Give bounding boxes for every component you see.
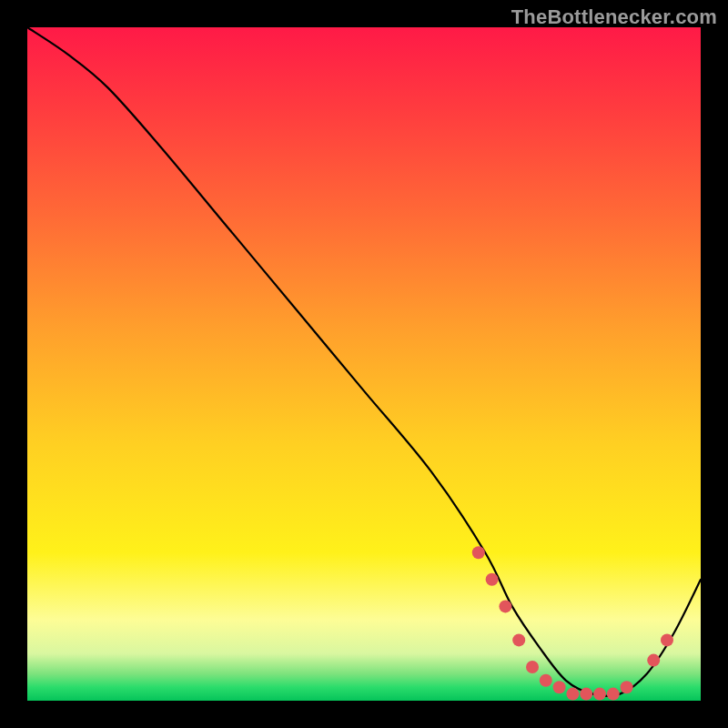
highlight-dot <box>540 674 552 687</box>
highlight-dot <box>472 546 485 559</box>
plot-area <box>27 27 701 701</box>
highlight-dot <box>553 681 566 693</box>
highlight-dot <box>566 688 579 701</box>
highlight-dot <box>580 688 592 701</box>
attribution-label: TheBottlenecker.com <box>511 5 717 29</box>
highlight-dot <box>512 633 525 646</box>
highlight-dot <box>499 600 511 612</box>
highlight-dot <box>621 681 633 693</box>
highlight-dot <box>647 654 660 667</box>
curve-layer <box>27 27 701 701</box>
chart-frame: TheBottlenecker.com <box>0 0 728 728</box>
highlight-dot <box>526 661 539 673</box>
highlight-dot <box>607 688 620 701</box>
highlight-dot <box>661 633 673 646</box>
highlight-dot <box>486 573 499 586</box>
bottleneck-curve <box>27 27 701 696</box>
highlight-dot <box>593 688 606 701</box>
